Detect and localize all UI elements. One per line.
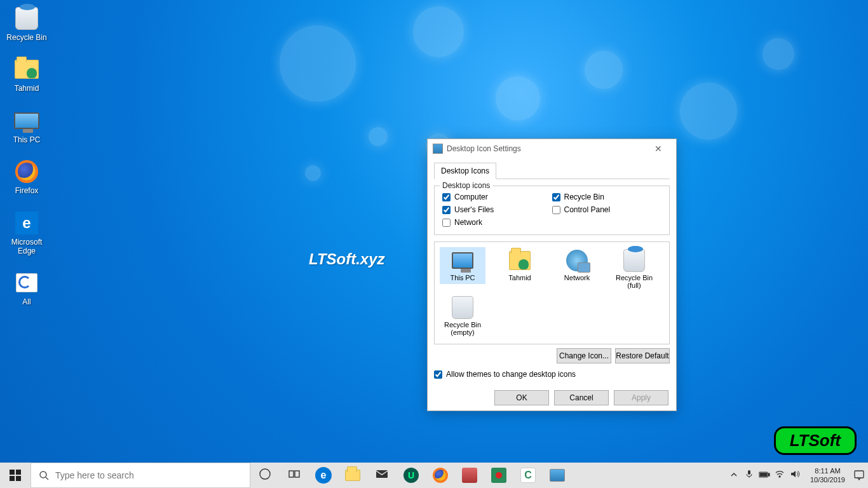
taskbar-app-app1[interactable] [455, 463, 484, 488]
svg-rect-9 [376, 470, 388, 478]
tab-desktop-icons[interactable]: Desktop Icons [434, 163, 496, 179]
desktop-icon-label: Tahmid [15, 84, 39, 93]
desktop-icon-recycle-bin[interactable]: Recycle Bin [3, 5, 51, 42]
taskbar-app-task-view[interactable] [280, 463, 309, 488]
preview-label: Recycle Bin (full) [611, 274, 657, 289]
iobit-icon: U [403, 468, 419, 483]
desktop-icon-tahmid[interactable]: Tahmid [3, 56, 51, 93]
tray-volume[interactable] [787, 463, 803, 488]
wallpaper-brand-text: LTSoft.xyz [309, 250, 385, 268]
desktop-icons-groupbox: Desktop icons ComputerUser's FilesNetwor… [434, 186, 670, 235]
firefox-icon [433, 468, 448, 483]
action-center-button[interactable] [850, 463, 868, 488]
taskbar-app-camtasia-rec[interactable] [484, 463, 513, 488]
restore-default-button[interactable]: Restore Default [615, 348, 670, 363]
svg-rect-15 [855, 471, 864, 478]
camtasia-icon: C [520, 468, 536, 483]
allow-themes-checkbox[interactable]: Allow themes to change desktop icons [434, 370, 670, 379]
svg-rect-12 [768, 473, 770, 476]
taskbar-app-iobit[interactable]: U [397, 463, 426, 488]
taskbar-app-camtasia[interactable]: C [513, 463, 543, 488]
checkbox-input[interactable] [552, 193, 560, 201]
apply-button[interactable]: Apply [614, 390, 668, 405]
cancel-button[interactable]: Cancel [554, 390, 609, 405]
dialog-title-text: Desktop Icon Settings [447, 144, 646, 153]
taskbar-app-edge[interactable]: e [309, 463, 338, 488]
close-icon: ✕ [654, 144, 662, 154]
checkbox-control-panel[interactable]: Control Panel [552, 205, 662, 214]
preview-item-recycle-bin-empty-[interactable]: Recycle Bin (empty) [440, 294, 485, 339]
checkbox-recycle-bin[interactable]: Recycle Bin [552, 193, 662, 201]
checkbox-label: Network [454, 218, 482, 227]
checkbox-input[interactable] [442, 206, 451, 214]
taskbar-search[interactable]: Type here to search [31, 463, 250, 488]
desktop-icon-firefox[interactable]: Firefox [3, 158, 51, 195]
desktop-icon-all[interactable]: All [3, 269, 51, 306]
checkbox-network[interactable]: Network [442, 218, 552, 227]
taskbar-app-file-explorer[interactable] [338, 463, 367, 488]
user-folder-icon [509, 250, 531, 271]
change-icon-button[interactable]: Change Icon... [557, 348, 611, 363]
allow-themes-label: Allow themes to change desktop icons [446, 370, 576, 379]
search-placeholder: Type here to search [55, 470, 134, 480]
checkbox-input[interactable] [442, 193, 451, 201]
taskbar: Type here to search eUC 8:11 AM 10/30/20… [0, 463, 868, 488]
preview-item-tahmid[interactable]: Tahmid [497, 247, 543, 284]
taskbar-app-mail[interactable] [367, 463, 397, 488]
preview-label: Network [564, 274, 590, 281]
checkbox-label: Control Panel [564, 205, 611, 214]
desktop-icon-label: Recycle Bin [6, 33, 46, 42]
start-button[interactable] [0, 463, 31, 488]
preview-item-recycle-bin-full-[interactable]: Recycle Bin (full) [611, 247, 657, 292]
checkbox-computer[interactable]: Computer [442, 193, 552, 201]
taskbar-clock[interactable]: 8:11 AM 10/30/2019 [805, 466, 850, 485]
svg-rect-13 [760, 473, 766, 477]
desktop-icon-edge[interactable]: eMicrosoft Edge [3, 210, 51, 256]
network-icon [566, 250, 588, 271]
desktop-icon-this-pc[interactable]: This PC [3, 107, 51, 144]
svg-rect-0 [10, 470, 15, 475]
svg-rect-3 [16, 476, 21, 481]
svg-rect-2 [10, 476, 15, 481]
tab-strip: Desktop Icons [434, 162, 670, 179]
edge-icon: e [315, 467, 332, 484]
bin-full-icon [623, 250, 645, 271]
edge-icon: e [13, 210, 40, 236]
groupbox-legend: Desktop icons [440, 181, 492, 190]
wifi-icon [775, 469, 785, 482]
mail-icon [375, 467, 389, 484]
notification-icon [853, 470, 865, 481]
bin-full-icon [13, 5, 40, 32]
preview-item-this-pc[interactable]: This PC [440, 247, 485, 284]
tray-wifi[interactable] [772, 463, 787, 488]
taskbar-app-desktop-slideshow[interactable] [543, 463, 572, 488]
tray-chevron-up[interactable] [726, 463, 742, 488]
preview-item-network[interactable]: Network [554, 247, 600, 284]
checkbox-user-s-files[interactable]: User's Files [442, 205, 552, 214]
desktop-slideshow-icon [550, 469, 565, 482]
allow-themes-input[interactable] [434, 370, 442, 379]
desktop-icon-label: This PC [13, 135, 41, 144]
close-button[interactable]: ✕ [646, 140, 671, 158]
tray-battery[interactable] [757, 463, 772, 488]
icon-preview-list: This PCTahmidNetworkRecycle Bin (full)Re… [434, 241, 670, 344]
svg-rect-1 [16, 470, 21, 475]
checkbox-label: User's Files [454, 205, 494, 214]
camtasia-rec-icon [491, 468, 506, 483]
battery-icon [759, 470, 770, 481]
desktop[interactable]: Recycle BinTahmidThis PCFirefoxeMicrosof… [0, 0, 868, 463]
checkbox-input[interactable] [552, 206, 560, 214]
checkbox-label: Computer [454, 193, 488, 201]
ok-button[interactable]: OK [494, 390, 549, 405]
task-view-icon [288, 468, 301, 483]
preview-label: Tahmid [508, 274, 531, 281]
taskbar-app-cortana-circle[interactable] [250, 463, 280, 488]
cortana-circle-icon [259, 468, 271, 483]
chevron-up-icon [730, 470, 738, 481]
tray-mic[interactable] [742, 463, 757, 488]
dialog-titlebar[interactable]: Desktop Icon Settings ✕ [428, 139, 676, 158]
firefox-icon [13, 158, 40, 185]
taskbar-app-firefox[interactable] [426, 463, 455, 488]
pc-icon [452, 250, 473, 271]
checkbox-input[interactable] [442, 219, 451, 227]
